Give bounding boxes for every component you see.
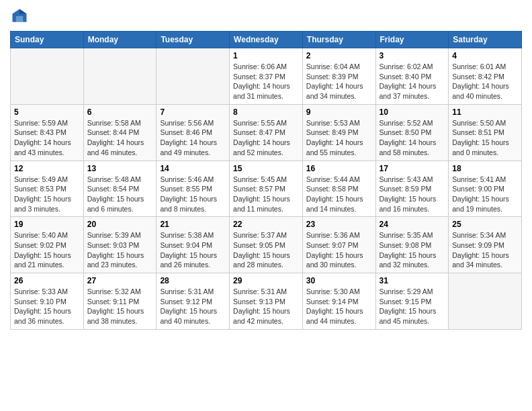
- calendar-cell: 22Sunrise: 5:37 AM Sunset: 9:05 PM Dayli…: [230, 217, 303, 273]
- day-number: 9: [306, 107, 372, 117]
- calendar-cell: 1Sunrise: 6:06 AM Sunset: 8:37 PM Daylig…: [230, 48, 303, 105]
- calendar-cell: 15Sunrise: 5:45 AM Sunset: 8:57 PM Dayli…: [230, 161, 303, 217]
- day-info: Sunrise: 5:56 AM Sunset: 8:46 PM Dayligh…: [160, 118, 226, 158]
- calendar-table: SundayMondayTuesdayWednesdayThursdayFrid…: [10, 31, 522, 330]
- day-number: 19: [14, 220, 80, 229]
- calendar-cell: 4Sunrise: 6:01 AM Sunset: 8:42 PM Daylig…: [449, 48, 522, 105]
- day-info: Sunrise: 5:44 AM Sunset: 8:58 PM Dayligh…: [306, 175, 372, 214]
- calendar-cell: 10Sunrise: 5:52 AM Sunset: 8:50 PM Dayli…: [375, 104, 449, 161]
- day-number: 29: [233, 276, 299, 285]
- calendar-cell: [83, 48, 157, 105]
- header: [10, 7, 522, 26]
- day-info: Sunrise: 6:02 AM Sunset: 8:40 PM Dayligh…: [380, 62, 445, 101]
- calendar-cell: 27Sunrise: 5:32 AM Sunset: 9:11 PM Dayli…: [83, 273, 157, 330]
- day-number: 14: [160, 164, 226, 173]
- calendar-header-row: SundayMondayTuesdayWednesdayThursdayFrid…: [11, 32, 522, 48]
- calendar-cell: 16Sunrise: 5:44 AM Sunset: 8:58 PM Dayli…: [302, 161, 375, 217]
- calendar-cell: 29Sunrise: 5:31 AM Sunset: 9:13 PM Dayli…: [230, 273, 303, 330]
- calendar-cell: 14Sunrise: 5:46 AM Sunset: 8:55 PM Dayli…: [157, 161, 230, 217]
- day-number: 27: [87, 276, 153, 285]
- day-info: Sunrise: 5:40 AM Sunset: 9:02 PM Dayligh…: [14, 230, 80, 270]
- day-info: Sunrise: 6:04 AM Sunset: 8:39 PM Dayligh…: [306, 62, 372, 101]
- day-info: Sunrise: 5:59 AM Sunset: 8:43 PM Dayligh…: [14, 118, 80, 158]
- day-number: 10: [380, 107, 445, 117]
- calendar-header-monday: Monday: [83, 32, 157, 48]
- day-info: Sunrise: 5:48 AM Sunset: 8:54 PM Dayligh…: [87, 175, 153, 214]
- day-number: 18: [452, 164, 518, 173]
- day-number: 12: [14, 164, 80, 173]
- day-number: 8: [233, 107, 299, 117]
- logo: [10, 7, 32, 26]
- day-number: 21: [160, 220, 226, 229]
- calendar-cell: [449, 273, 522, 330]
- calendar-cell: 20Sunrise: 5:39 AM Sunset: 9:03 PM Dayli…: [83, 217, 157, 273]
- calendar-cell: 31Sunrise: 5:29 AM Sunset: 9:15 PM Dayli…: [375, 273, 449, 330]
- calendar-cell: 6Sunrise: 5:58 AM Sunset: 8:44 PM Daylig…: [83, 104, 157, 161]
- calendar-cell: [157, 48, 230, 105]
- day-info: Sunrise: 5:39 AM Sunset: 9:03 PM Dayligh…: [87, 230, 153, 270]
- day-number: 13: [87, 164, 153, 173]
- calendar-cell: 2Sunrise: 6:04 AM Sunset: 8:39 PM Daylig…: [302, 48, 375, 105]
- calendar-cell: 30Sunrise: 5:30 AM Sunset: 9:14 PM Dayli…: [302, 273, 375, 330]
- day-number: 16: [306, 164, 372, 173]
- day-number: 23: [306, 220, 372, 229]
- calendar-cell: 13Sunrise: 5:48 AM Sunset: 8:54 PM Dayli…: [83, 161, 157, 217]
- day-info: Sunrise: 6:06 AM Sunset: 8:37 PM Dayligh…: [233, 62, 299, 101]
- day-number: 25: [452, 220, 518, 229]
- day-info: Sunrise: 5:29 AM Sunset: 9:15 PM Dayligh…: [380, 287, 445, 326]
- day-number: 20: [87, 220, 153, 229]
- calendar-week-row: 26Sunrise: 5:33 AM Sunset: 9:10 PM Dayli…: [11, 273, 522, 330]
- calendar-week-row: 12Sunrise: 5:49 AM Sunset: 8:53 PM Dayli…: [11, 161, 522, 217]
- day-number: 6: [87, 107, 153, 117]
- day-number: 26: [14, 276, 80, 285]
- calendar-week-row: 5Sunrise: 5:59 AM Sunset: 8:43 PM Daylig…: [11, 104, 522, 161]
- day-number: 4: [452, 51, 518, 60]
- day-info: Sunrise: 5:58 AM Sunset: 8:44 PM Dayligh…: [87, 118, 153, 158]
- day-info: Sunrise: 6:01 AM Sunset: 8:42 PM Dayligh…: [452, 62, 518, 101]
- calendar-cell: 23Sunrise: 5:36 AM Sunset: 9:07 PM Dayli…: [302, 217, 375, 273]
- day-number: 24: [380, 220, 445, 229]
- calendar-cell: 25Sunrise: 5:34 AM Sunset: 9:09 PM Dayli…: [449, 217, 522, 273]
- calendar-cell: 21Sunrise: 5:38 AM Sunset: 9:04 PM Dayli…: [157, 217, 230, 273]
- day-number: 15: [233, 164, 299, 173]
- calendar-cell: 7Sunrise: 5:56 AM Sunset: 8:46 PM Daylig…: [157, 104, 230, 161]
- day-info: Sunrise: 5:35 AM Sunset: 9:08 PM Dayligh…: [380, 230, 445, 270]
- calendar-week-row: 19Sunrise: 5:40 AM Sunset: 9:02 PM Dayli…: [11, 217, 522, 273]
- calendar-cell: [11, 48, 84, 105]
- calendar-week-row: 1Sunrise: 6:06 AM Sunset: 8:37 PM Daylig…: [11, 48, 522, 105]
- calendar-cell: 17Sunrise: 5:43 AM Sunset: 8:59 PM Dayli…: [375, 161, 449, 217]
- day-number: 11: [452, 107, 518, 117]
- calendar-cell: 18Sunrise: 5:41 AM Sunset: 9:00 PM Dayli…: [449, 161, 522, 217]
- calendar-cell: 5Sunrise: 5:59 AM Sunset: 8:43 PM Daylig…: [11, 104, 84, 161]
- calendar-cell: 26Sunrise: 5:33 AM Sunset: 9:10 PM Dayli…: [11, 273, 84, 330]
- day-info: Sunrise: 5:41 AM Sunset: 9:00 PM Dayligh…: [452, 175, 518, 214]
- calendar-header-saturday: Saturday: [449, 32, 522, 48]
- calendar-cell: 12Sunrise: 5:49 AM Sunset: 8:53 PM Dayli…: [11, 161, 84, 217]
- day-info: Sunrise: 5:50 AM Sunset: 8:51 PM Dayligh…: [452, 118, 518, 158]
- day-info: Sunrise: 5:49 AM Sunset: 8:53 PM Dayligh…: [14, 175, 80, 214]
- day-number: 7: [160, 107, 226, 117]
- day-number: 17: [380, 164, 445, 173]
- day-info: Sunrise: 5:30 AM Sunset: 9:14 PM Dayligh…: [306, 287, 372, 326]
- day-info: Sunrise: 5:46 AM Sunset: 8:55 PM Dayligh…: [160, 175, 226, 214]
- calendar-header-thursday: Thursday: [302, 32, 375, 48]
- day-info: Sunrise: 5:32 AM Sunset: 9:11 PM Dayligh…: [87, 287, 153, 326]
- day-info: Sunrise: 5:45 AM Sunset: 8:57 PM Dayligh…: [233, 175, 299, 214]
- day-number: 22: [233, 220, 299, 229]
- logo-icon: [10, 7, 29, 26]
- calendar-cell: 9Sunrise: 5:53 AM Sunset: 8:49 PM Daylig…: [302, 104, 375, 161]
- calendar-header-friday: Friday: [375, 32, 449, 48]
- calendar-header-tuesday: Tuesday: [157, 32, 230, 48]
- calendar-cell: 24Sunrise: 5:35 AM Sunset: 9:08 PM Dayli…: [375, 217, 449, 273]
- day-info: Sunrise: 5:31 AM Sunset: 9:12 PM Dayligh…: [160, 287, 226, 326]
- calendar-cell: 28Sunrise: 5:31 AM Sunset: 9:12 PM Dayli…: [157, 273, 230, 330]
- day-info: Sunrise: 5:38 AM Sunset: 9:04 PM Dayligh…: [160, 230, 226, 270]
- day-info: Sunrise: 5:43 AM Sunset: 8:59 PM Dayligh…: [380, 175, 445, 214]
- day-info: Sunrise: 5:33 AM Sunset: 9:10 PM Dayligh…: [14, 287, 80, 326]
- day-info: Sunrise: 5:37 AM Sunset: 9:05 PM Dayligh…: [233, 230, 299, 270]
- day-number: 28: [160, 276, 226, 285]
- calendar-cell: 3Sunrise: 6:02 AM Sunset: 8:40 PM Daylig…: [375, 48, 449, 105]
- day-info: Sunrise: 5:36 AM Sunset: 9:07 PM Dayligh…: [306, 230, 372, 270]
- day-info: Sunrise: 5:52 AM Sunset: 8:50 PM Dayligh…: [380, 118, 445, 158]
- day-number: 30: [306, 276, 372, 285]
